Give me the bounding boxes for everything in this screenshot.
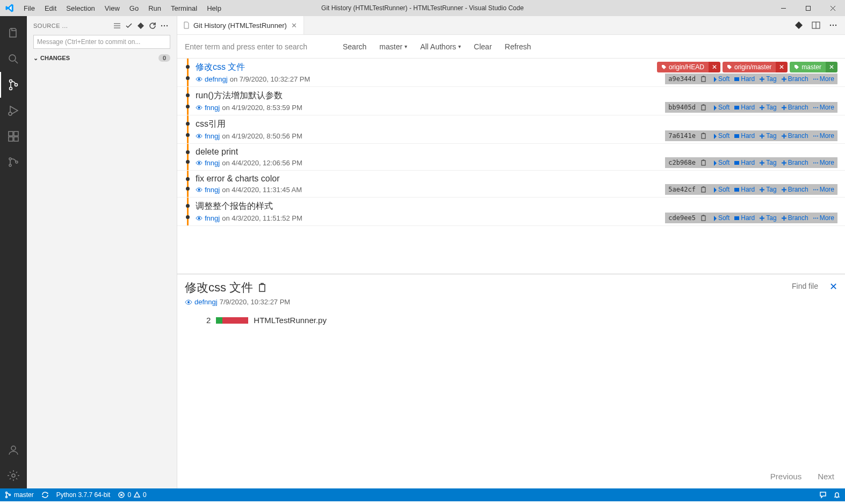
- menu-run[interactable]: Run: [143, 0, 166, 16]
- copy-hash-icon[interactable]: [700, 104, 707, 111]
- debug-icon[interactable]: [0, 98, 27, 123]
- ref-close-icon[interactable]: ✕: [776, 62, 788, 72]
- commit-author[interactable]: fnngj: [205, 104, 220, 112]
- menu-view[interactable]: View: [100, 0, 125, 16]
- copy-hash-icon[interactable]: [700, 159, 707, 166]
- hard-reset-button[interactable]: Hard: [734, 159, 755, 166]
- commit-author[interactable]: defnngj: [205, 75, 228, 83]
- branch-button[interactable]: Branch: [781, 132, 808, 140]
- search-input[interactable]: [185, 42, 330, 51]
- soft-reset-button[interactable]: Soft: [711, 75, 730, 83]
- menu-terminal[interactable]: Terminal: [166, 0, 202, 16]
- clipboard-icon[interactable]: [257, 283, 267, 293]
- commit-author[interactable]: fnngj: [205, 132, 220, 140]
- more-button[interactable]: More: [813, 75, 834, 83]
- menu-go[interactable]: Go: [125, 0, 143, 16]
- refresh-button[interactable]: Refresh: [505, 42, 531, 51]
- explorer-icon[interactable]: [0, 20, 27, 46]
- ref-close-icon[interactable]: ✕: [826, 62, 837, 72]
- branch-button[interactable]: Branch: [781, 104, 808, 111]
- ref-close-icon[interactable]: ✕: [709, 62, 720, 72]
- status-bell-icon[interactable]: [833, 491, 841, 499]
- authors-dropdown[interactable]: All Authors▾: [420, 42, 461, 51]
- copy-hash-icon[interactable]: [700, 76, 707, 83]
- more-button[interactable]: More: [813, 104, 834, 111]
- commit-author[interactable]: fnngj: [205, 214, 220, 222]
- tab-git-history[interactable]: Git History (HTMLTestRunner) ✕: [177, 16, 304, 34]
- branch-button[interactable]: Branch: [781, 75, 808, 83]
- git-graph-icon[interactable]: [0, 149, 27, 175]
- hard-reset-button[interactable]: Hard: [734, 104, 755, 111]
- status-python[interactable]: Python 3.7.7 64-bit: [56, 491, 111, 499]
- copy-hash-icon[interactable]: [700, 133, 707, 140]
- soft-reset-button[interactable]: Soft: [711, 104, 730, 111]
- branch-button[interactable]: Branch: [781, 214, 808, 222]
- hard-reset-button[interactable]: Hard: [734, 75, 755, 83]
- maximize-button[interactable]: [796, 0, 820, 16]
- soft-reset-button[interactable]: Soft: [711, 132, 730, 140]
- status-feedback-icon[interactable]: [819, 491, 827, 499]
- ref-tag[interactable]: master✕: [790, 62, 837, 72]
- search-icon[interactable]: [0, 46, 27, 72]
- tag-button[interactable]: Tag: [759, 75, 776, 83]
- more-icon[interactable]: [827, 19, 840, 32]
- soft-reset-button[interactable]: Soft: [711, 159, 730, 166]
- search-button[interactable]: Search: [343, 42, 366, 51]
- changed-file-row[interactable]: 2 HTMLTestRunner.py: [185, 316, 837, 325]
- more-button[interactable]: More: [813, 186, 834, 193]
- branch-button[interactable]: Branch: [781, 186, 808, 193]
- more-button[interactable]: More: [813, 159, 834, 166]
- split-editor-icon[interactable]: [810, 19, 822, 32]
- commit-row[interactable]: origin/HEAD✕origin/master✕master✕ 修改css …: [177, 59, 845, 87]
- tab-close-icon[interactable]: ✕: [290, 20, 298, 31]
- menu-selection[interactable]: Selection: [61, 0, 99, 16]
- commit-row[interactable]: css引用 fnngj on 4/19/2020, 8:50:56 PM 7a6…: [177, 115, 845, 144]
- copy-hash-icon[interactable]: [700, 215, 707, 222]
- menu-edit[interactable]: Edit: [40, 0, 61, 16]
- more-button[interactable]: More: [813, 132, 834, 140]
- tag-button[interactable]: Tag: [759, 159, 776, 166]
- status-sync-icon[interactable]: [41, 491, 49, 499]
- account-icon[interactable]: [0, 437, 27, 463]
- view-as-tree-icon[interactable]: [111, 20, 123, 32]
- close-detail-icon[interactable]: ✕: [829, 281, 837, 293]
- commit-message-input[interactable]: [33, 35, 170, 49]
- settings-gear-icon[interactable]: [0, 463, 27, 488]
- status-branch[interactable]: master: [4, 491, 34, 499]
- refresh-icon[interactable]: [147, 20, 158, 32]
- commit-check-icon[interactable]: [123, 20, 135, 32]
- commit-row[interactable]: fix error & charts color fnngj on 4/4/20…: [177, 171, 845, 198]
- copy-hash-icon[interactable]: [700, 186, 707, 193]
- next-button[interactable]: Next: [818, 472, 834, 481]
- hard-reset-button[interactable]: Hard: [734, 186, 755, 193]
- commit-row[interactable]: delete print fnngj on 4/4/2020, 12:06:56…: [177, 144, 845, 171]
- hard-reset-button[interactable]: Hard: [734, 214, 755, 222]
- menu-file[interactable]: File: [19, 0, 40, 16]
- source-control-icon[interactable]: [0, 72, 27, 98]
- ref-tag[interactable]: origin/master✕: [723, 62, 788, 72]
- extensions-icon[interactable]: [0, 123, 27, 149]
- compare-icon[interactable]: [792, 19, 805, 32]
- clear-button[interactable]: Clear: [474, 42, 492, 51]
- tag-button[interactable]: Tag: [759, 214, 776, 222]
- commit-author[interactable]: fnngj: [205, 159, 220, 167]
- more-actions-icon[interactable]: [158, 20, 170, 32]
- status-problems[interactable]: 0 0: [118, 491, 146, 499]
- branch-button[interactable]: Branch: [781, 159, 808, 166]
- discard-icon[interactable]: [135, 20, 147, 32]
- commit-row[interactable]: run()方法增加默认参数 fnngj on 4/19/2020, 8:53:5…: [177, 87, 845, 115]
- previous-button[interactable]: Previous: [770, 472, 801, 481]
- tag-button[interactable]: Tag: [759, 186, 776, 193]
- tag-button[interactable]: Tag: [759, 132, 776, 140]
- find-file-input[interactable]: [754, 282, 818, 290]
- commit-author[interactable]: fnngj: [205, 186, 220, 194]
- hard-reset-button[interactable]: Hard: [734, 132, 755, 140]
- soft-reset-button[interactable]: Soft: [711, 186, 730, 193]
- close-button[interactable]: [820, 0, 845, 16]
- tag-button[interactable]: Tag: [759, 104, 776, 111]
- commit-row[interactable]: 调整整个报告的样式 fnngj on 4/3/2020, 11:51:52 PM…: [177, 198, 845, 226]
- soft-reset-button[interactable]: Soft: [711, 214, 730, 222]
- more-button[interactable]: More: [813, 214, 834, 222]
- changes-section[interactable]: ⌄ CHANGES 0: [27, 52, 177, 64]
- detail-author[interactable]: defnngj: [194, 298, 218, 306]
